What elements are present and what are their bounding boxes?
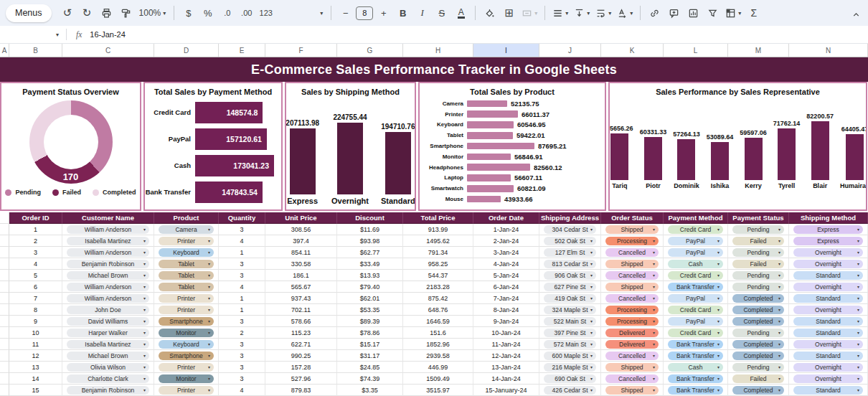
cell-discount[interactable]: $53.35 [337, 304, 403, 316]
cell-product[interactable]: Monitor▾ [154, 373, 219, 385]
cell-payment-method[interactable]: Credit Card▾ [664, 327, 728, 339]
cell-order-date[interactable]: 4-Jan-24 [473, 258, 539, 270]
create-filter-button[interactable] [704, 4, 722, 22]
cell-order-id[interactable]: 15 [9, 385, 62, 396]
cell-total-price[interactable]: 648.76 [403, 304, 473, 316]
cell-order-date[interactable]: 3-Jan-24 [473, 247, 539, 258]
cell-order-id[interactable]: 7 [9, 293, 62, 304]
cell-payment-method[interactable]: Cash▾ [664, 258, 728, 270]
shipping-method-dropdown[interactable]: Express▾ [793, 237, 863, 245]
cell-total-price[interactable]: 3515.97 [403, 385, 473, 396]
cell-customer-name[interactable]: David Williams▾ [62, 316, 154, 327]
cell-payment-status[interactable]: Completed▾ [728, 350, 789, 362]
name-box[interactable]: ▾ [0, 26, 66, 43]
cell-shipping-address[interactable]: 627 Pine St▾ [539, 281, 601, 293]
cell-discount[interactable]: $78.86 [337, 327, 403, 339]
shipping-method-dropdown[interactable]: Overnight▾ [793, 374, 863, 383]
cell-order-id[interactable]: 1 [9, 224, 62, 235]
cell-shipping-address[interactable]: 324 Maple St▾ [539, 304, 601, 316]
cell-shipping-method[interactable]: Overnight▾ [789, 304, 868, 316]
cell-total-price[interactable]: 875.42 [403, 293, 473, 304]
column-header-I[interactable]: I [473, 44, 539, 57]
shipping-address-dropdown[interactable]: 216 Maple St▾ [544, 363, 596, 372]
cell-payment-status[interactable]: Pending▾ [728, 224, 789, 235]
cell-shipping-method[interactable]: Standard▾ [789, 293, 868, 304]
cell-order-status[interactable]: Shipped▾ [601, 362, 664, 373]
cell-payment-method[interactable]: Bank Transfer▾ [664, 373, 728, 385]
cell-shipping-address[interactable]: 813 Cedar St▾ [539, 258, 601, 270]
cell-order-date[interactable]: 12-Jan-24 [473, 350, 539, 362]
payment-status-dropdown[interactable]: Pending▾ [732, 271, 784, 280]
cell-payment-status[interactable]: Completed▾ [728, 304, 789, 316]
horizontal-align-button[interactable]: ▾ [550, 4, 570, 22]
cell-shipping-address[interactable]: 522 Main St▾ [539, 316, 601, 327]
cell-discount[interactable]: $79.40 [337, 281, 403, 293]
cell-product[interactable]: Monitor▾ [154, 327, 219, 339]
shipping-address-dropdown[interactable]: 627 Pine St▾ [544, 283, 596, 291]
cell-discount[interactable]: $93.98 [337, 235, 403, 247]
column-header-G[interactable]: G [337, 44, 403, 57]
customer-name-dropdown[interactable]: Harper Walker▾ [67, 329, 149, 337]
functions-button[interactable]: Σ [745, 4, 763, 22]
column-header-J[interactable]: J [539, 44, 601, 57]
text-rotation-button[interactable]: ▾ [615, 4, 635, 22]
cell-discount[interactable]: $62.77 [337, 247, 403, 258]
cell-order-status[interactable]: Delivered▾ [601, 327, 664, 339]
cell-order-date[interactable]: 5-Jan-24 [473, 270, 539, 281]
cell-shipping-method[interactable]: Express▾ [789, 235, 868, 247]
cell-payment-method[interactable]: PayPal▾ [664, 247, 728, 258]
cell-shipping-method[interactable]: Overnight▾ [789, 258, 868, 270]
shipping-address-dropdown[interactable]: 600 Maple St▾ [544, 352, 596, 360]
shipping-method-dropdown[interactable]: Overnight▾ [793, 260, 863, 268]
cell-payment-method[interactable]: Cash▾ [664, 362, 728, 373]
cell-product[interactable]: Tablet▾ [154, 258, 219, 270]
payment-status-dropdown[interactable]: Pending▾ [732, 329, 784, 337]
cell-shipping-address[interactable]: 216 Maple St▾ [539, 362, 601, 373]
zoom-control[interactable]: 100%▾ [136, 4, 169, 22]
order-status-dropdown[interactable]: Shipped▾ [605, 283, 659, 291]
order-status-dropdown[interactable]: Shipped▾ [605, 225, 659, 234]
customer-name-dropdown[interactable]: Benjamin Robinson▾ [67, 260, 149, 268]
cell-shipping-address[interactable]: 426 Cedar St▾ [539, 385, 601, 396]
payment-method-dropdown[interactable]: Bank Transfer▾ [668, 386, 723, 395]
shipping-address-dropdown[interactable]: 572 Main St▾ [544, 340, 596, 349]
order-status-dropdown[interactable]: Cancelled▾ [605, 248, 659, 257]
cell-order-status[interactable]: Shipped▾ [601, 258, 664, 270]
payment-method-dropdown[interactable]: PayPal▾ [668, 294, 723, 303]
customer-name-dropdown[interactable]: Michael Brown▾ [67, 352, 149, 360]
cell-customer-name[interactable]: Charlotte Clark▾ [62, 373, 154, 385]
font-family-dropdown[interactable]: ▾ [315, 4, 326, 22]
cell-product[interactable]: Tablet▾ [154, 281, 219, 293]
cell-order-status[interactable]: Cancelled▾ [601, 270, 664, 281]
cell-order-date[interactable]: 2-Jan-24 [473, 235, 539, 247]
strikethrough-button[interactable]: S [433, 4, 450, 22]
cell-product[interactable]: Printer▾ [154, 362, 219, 373]
insert-link-button[interactable] [646, 4, 664, 22]
cell-unit-price[interactable]: 565.67 [265, 281, 337, 293]
cell-order-id[interactable]: 12 [9, 350, 62, 362]
hide-toolbar-button[interactable] [847, 6, 865, 24]
cell-order-status[interactable]: Processing▾ [601, 316, 664, 327]
payment-method-dropdown[interactable]: Cash▾ [668, 363, 723, 372]
cell-total-price[interactable]: 1852.96 [403, 339, 473, 350]
product-dropdown[interactable]: Keyboard▾ [159, 340, 214, 349]
shipping-method-dropdown[interactable]: Overnight▾ [793, 363, 863, 372]
cell-unit-price[interactable]: 578.66 [265, 316, 337, 327]
column-header-N[interactable]: N [789, 44, 868, 57]
cell-shipping-address[interactable]: 304 Cedar St▾ [539, 224, 601, 235]
customer-name-dropdown[interactable]: Charlotte Clark▾ [67, 374, 149, 383]
format-percent-button[interactable]: % [199, 4, 217, 22]
cell-product[interactable]: Printer▾ [154, 235, 219, 247]
decrease-font-size-button[interactable]: − [336, 4, 354, 22]
product-dropdown[interactable]: Keyboard▾ [159, 248, 214, 257]
menus-button[interactable]: Menus [6, 4, 52, 22]
cell-shipping-method[interactable]: Standard▾ [789, 270, 868, 281]
cell-unit-price[interactable]: 879.83 [265, 385, 337, 396]
cell-total-price[interactable]: 2183.28 [403, 281, 473, 293]
payment-method-dropdown[interactable]: Bank Transfer▾ [668, 340, 723, 349]
customer-name-dropdown[interactable]: John Doe▾ [67, 306, 149, 314]
cell-shipping-method[interactable]: Standard▾ [789, 350, 868, 362]
shipping-method-dropdown[interactable]: Overnight▾ [793, 283, 863, 291]
cell-order-id[interactable]: 6 [9, 281, 62, 293]
cell-unit-price[interactable]: 330.58 [265, 258, 337, 270]
